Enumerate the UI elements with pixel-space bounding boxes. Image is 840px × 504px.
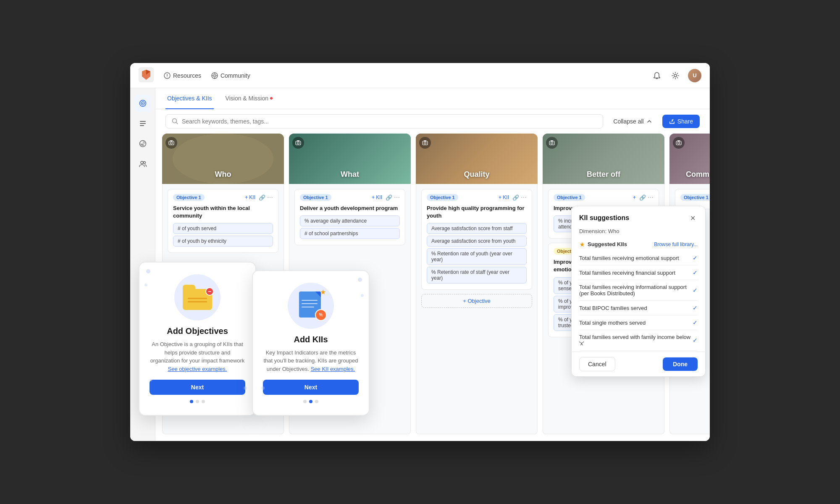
sparkle-icon (579, 242, 585, 247)
obj-card-header: Objective 1 + KII ⋯ (680, 194, 710, 201)
nav-resources[interactable]: Resources (164, 72, 201, 79)
more-options-button[interactable]: ⋯ (648, 194, 654, 201)
objective-card: Objective 1 + KII 🔗 ⋯ Deliver a youth de… (294, 189, 405, 245)
add-kii-button[interactable]: + KII (370, 194, 384, 201)
kii-suggested-label: Suggested KIIs (579, 241, 627, 247)
tooltip-icon-bg: % ★ (288, 283, 334, 329)
camera-icon-quality[interactable] (419, 137, 431, 149)
tooltip-dots (150, 400, 245, 403)
kii-cancel-button[interactable]: Cancel (579, 357, 615, 371)
logo[interactable] (139, 67, 164, 84)
search-input[interactable] (182, 118, 597, 125)
camera-icon-who[interactable] (165, 137, 177, 149)
sidebar-item-chart[interactable] (134, 135, 151, 152)
main-window: Resources Community (130, 63, 710, 441)
add-kii-button[interactable]: + KII (243, 194, 257, 201)
tooltip-desc: An Objective is a grouping of KIIs that … (150, 340, 245, 373)
column-header-community: Community Contribution (669, 134, 710, 184)
camera-icon-community[interactable] (673, 137, 685, 149)
sidebar-item-users[interactable] (134, 155, 151, 172)
sidebar-item-list[interactable] (134, 115, 151, 132)
camera-icon-what[interactable] (292, 137, 304, 149)
objective-badge: Objective 1 (680, 194, 710, 201)
kii-tag[interactable]: % average daily attendance (300, 215, 400, 226)
svg-point-12 (141, 161, 143, 164)
obj-actions: + KII 🔗 ⋯ (243, 194, 273, 201)
search-bar[interactable] (165, 114, 603, 129)
add-kii-button[interactable]: + KII (497, 194, 511, 201)
kii-suggestion-item[interactable]: Total BIPOC families served ✓ (579, 301, 698, 315)
bell-icon[interactable] (651, 70, 663, 81)
toolbar: Collapse all Share (155, 109, 710, 134)
deco-dot (146, 269, 150, 273)
collapse-all-button[interactable]: Collapse all (608, 115, 657, 128)
column-header-what: What (289, 134, 411, 184)
tooltip-link[interactable]: See objective examples. (168, 366, 227, 372)
svg-point-25 (551, 142, 553, 144)
obj-card-header: Objective 1 + KII 🔗 ⋯ (427, 194, 527, 201)
kii-suggestion-item[interactable]: Total single mothers served ✓ (579, 315, 698, 330)
tooltip-icon-bg: − (174, 274, 220, 320)
more-options-button[interactable]: ⋯ (267, 194, 273, 201)
tab-objectives[interactable]: Objectives & KIIs (165, 88, 214, 109)
tooltip-link[interactable]: See KII examples. (311, 366, 355, 372)
add-kii-button[interactable]: + (631, 194, 638, 201)
column-quality: Quality Objective 1 + KII 🔗 ⋯ (416, 134, 538, 434)
browse-library-link[interactable]: Browse full library... (654, 242, 698, 247)
kii-suggestion-item[interactable]: Total families receiving financial suppo… (579, 265, 698, 280)
chevron-up-icon (646, 118, 652, 124)
check-icon: ✓ (693, 304, 698, 311)
kii-close-button[interactable]: ✕ (688, 213, 698, 223)
share-button[interactable]: Share (662, 115, 700, 128)
camera-icon-better[interactable] (546, 137, 558, 149)
kii-tag[interactable]: Average satisfaction score from youth (427, 236, 527, 247)
kii-done-button[interactable]: Done (663, 357, 698, 371)
add-objectives-tooltip: − Add Objectives An Objective is a group… (139, 262, 256, 416)
avatar[interactable]: U (688, 69, 701, 82)
kii-dimension: Dimension: Who (572, 226, 705, 239)
kii-tag[interactable]: % Retention rate of staff (year over yea… (427, 267, 527, 284)
link-icon[interactable]: 🔗 (639, 194, 646, 201)
svg-rect-26 (551, 140, 553, 142)
svg-point-16 (171, 142, 173, 144)
nav-links: Resources Community (164, 72, 651, 79)
kii-tag[interactable]: # of youth by ethnicity (173, 236, 273, 247)
tooltip-next-button[interactable]: Next (150, 380, 245, 395)
kii-tag[interactable]: Average satisfaction score from staff (427, 223, 527, 234)
kii-tag[interactable]: % Retention rate of youth (year over yea… (427, 248, 527, 265)
more-options-button[interactable]: ⋯ (521, 194, 527, 201)
nav-community[interactable]: Community (211, 72, 250, 79)
kii-suggestion-item[interactable]: Total families receiving emotional suppo… (579, 251, 698, 265)
objective-title: Service youth within the local community (173, 205, 273, 220)
dot-3 (315, 400, 318, 403)
kii-suggestion-item[interactable]: Total families served with family income… (579, 330, 698, 351)
kii-tag[interactable]: # of school partnerships (300, 228, 400, 239)
link-icon[interactable]: 🔗 (512, 194, 519, 201)
svg-rect-17 (170, 140, 173, 142)
navbar: Resources Community (130, 63, 710, 88)
nav-right: U (651, 69, 701, 82)
kii-tag[interactable]: # of youth served (173, 223, 273, 234)
objective-badge: Objective 1 (427, 194, 458, 201)
kii-suggestion-item[interactable]: Total families of non-english speakers ✓ (579, 351, 698, 352)
obj-actions: + 🔗 ⋯ (631, 194, 654, 201)
sidebar-item-objectives[interactable] (134, 95, 151, 112)
svg-rect-8 (140, 121, 146, 122)
dot-1 (303, 400, 307, 403)
obj-card-header: Objective 1 + KII 🔗 ⋯ (300, 194, 400, 201)
link-icon[interactable]: 🔗 (259, 194, 265, 201)
tab-vision[interactable]: Vision & Mission (224, 88, 274, 109)
kii-suggestion-item[interactable]: Total families receiving informational s… (579, 280, 698, 301)
settings-icon[interactable] (669, 70, 681, 81)
check-icon: ✓ (693, 255, 698, 261)
kii-panel-title: KII suggestions (579, 214, 629, 222)
doc-illustration: % ★ (299, 291, 323, 320)
link-icon[interactable]: 🔗 (386, 194, 392, 201)
svg-point-3 (212, 73, 218, 79)
check-icon: ✓ (693, 287, 698, 294)
more-options-button[interactable]: ⋯ (394, 194, 400, 201)
kii-suggestions-panel: KII suggestions ✕ Dimension: Who Suggest… (571, 206, 706, 377)
dot-3 (202, 400, 205, 403)
tooltip-next-button[interactable]: Next (263, 380, 359, 395)
add-objective-button[interactable]: + Objective (421, 294, 532, 308)
